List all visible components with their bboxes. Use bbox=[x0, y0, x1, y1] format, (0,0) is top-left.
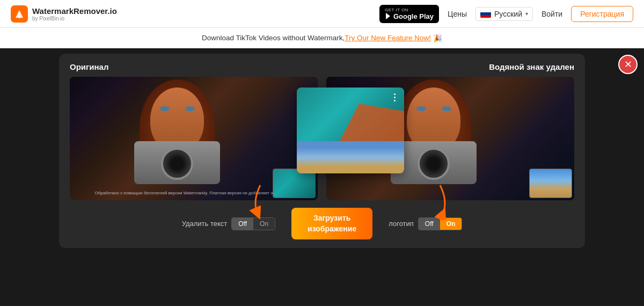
popup-img-bottom bbox=[297, 141, 404, 173]
dot-1 bbox=[394, 93, 396, 95]
header-left: WatermarkRemover.io by PixelBin.io bbox=[11, 5, 117, 23]
teal-shape bbox=[340, 104, 404, 141]
logo-title: WatermarkRemover.io bbox=[32, 6, 117, 16]
google-play-button[interactable]: GET IT ON Google Play bbox=[379, 5, 439, 23]
original-label: Оригинал bbox=[70, 62, 108, 71]
remove-logo-toggle-group: логотип Off On bbox=[389, 217, 462, 230]
original-photo-bg: Обработано с помощью бесплатной версии W… bbox=[70, 77, 318, 200]
signin-button[interactable]: Войти bbox=[541, 10, 562, 18]
banner-feature-link[interactable]: Try Our New Feature Now! bbox=[345, 34, 431, 42]
original-image: Обработано с помощью бесплатной версии W… bbox=[70, 77, 318, 200]
flag-icon bbox=[480, 10, 491, 18]
svg-point-2 bbox=[18, 15, 20, 18]
upload-line2: изображение bbox=[308, 224, 356, 235]
controls-row: Удалить текст Off On Загрузить изображен… bbox=[70, 208, 574, 239]
remove-text-off[interactable]: Off bbox=[232, 218, 253, 230]
play-icon bbox=[385, 12, 391, 20]
dot-3 bbox=[394, 100, 396, 101]
popup-menu-dots[interactable] bbox=[389, 92, 400, 103]
popup-preview bbox=[297, 88, 404, 173]
thumb-overlay-processed bbox=[529, 169, 572, 198]
party-emoji: 🎉 bbox=[433, 34, 442, 42]
removed-label: Водяной знак удален bbox=[489, 62, 574, 71]
banner-static-text: Download TikTok Videos without Watermark… bbox=[202, 34, 345, 42]
remove-logo-switch[interactable]: Off On bbox=[418, 217, 462, 230]
close-icon: ✕ bbox=[624, 59, 632, 70]
panel-headers: Оригинал Водяной знак удален bbox=[70, 62, 574, 71]
remove-text-label: Удалить текст bbox=[182, 220, 228, 228]
google-play-bottom-text: Google Play bbox=[385, 12, 434, 20]
remove-text-switch[interactable]: Off On bbox=[231, 217, 275, 230]
main-content: ✕ Оригинал Водяной знак удален bbox=[0, 48, 644, 306]
remove-logo-off[interactable]: Off bbox=[419, 218, 440, 230]
header: WatermarkRemover.io by PixelBin.io GET I… bbox=[0, 0, 644, 28]
header-right: GET IT ON Google Play Цены Русский ▾ Вой… bbox=[379, 5, 633, 23]
popup-img-top bbox=[297, 88, 404, 141]
remove-logo-label: логотип bbox=[389, 220, 414, 228]
promo-banner: Download TikTok Videos without Watermark… bbox=[0, 28, 644, 48]
thumb-beach bbox=[530, 169, 572, 198]
remove-logo-on[interactable]: On bbox=[440, 218, 462, 230]
chevron-down-icon: ▾ bbox=[525, 11, 528, 17]
remove-text-toggle-group: Удалить текст Off On bbox=[182, 217, 275, 230]
google-play-top-text: GET IT ON bbox=[385, 8, 408, 12]
upload-button[interactable]: Загрузить изображение bbox=[291, 208, 372, 239]
comparison-panel: Оригинал Водяной знак удален bbox=[59, 54, 585, 248]
logo-text: WatermarkRemover.io by PixelBin.io bbox=[32, 6, 117, 21]
register-button[interactable]: Регистрация bbox=[571, 6, 633, 22]
dot-2 bbox=[394, 97, 396, 98]
logo-subtitle: by PixelBin.io bbox=[32, 16, 117, 21]
close-button[interactable]: ✕ bbox=[618, 55, 638, 74]
logo-icon bbox=[11, 5, 28, 23]
language-selector[interactable]: Русский ▾ bbox=[475, 7, 533, 21]
nav-pricing[interactable]: Цены bbox=[448, 10, 467, 18]
remove-text-on[interactable]: On bbox=[253, 218, 275, 230]
lang-name: Русский bbox=[494, 10, 522, 18]
images-row: Обработано с помощью бесплатной версии W… bbox=[70, 77, 574, 200]
upload-line1: Загрузить bbox=[308, 213, 356, 224]
